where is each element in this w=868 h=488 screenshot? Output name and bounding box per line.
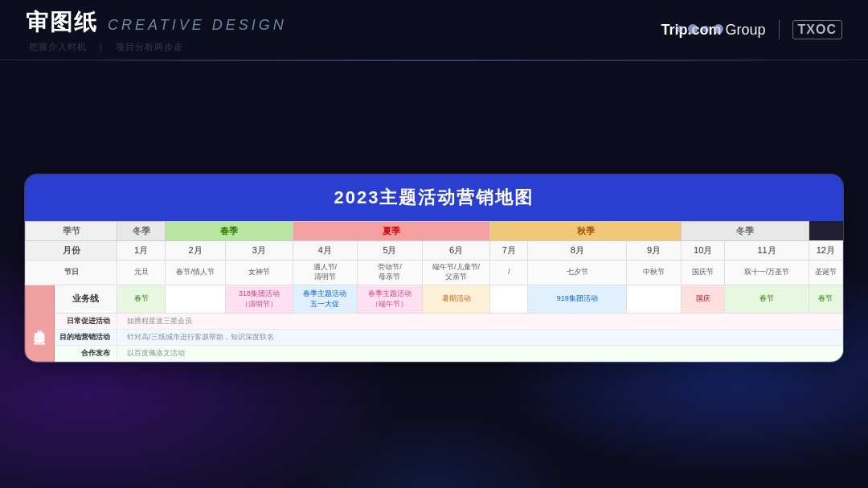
sub-row-collab: 合作发布 以百度佩洛文活动 (26, 345, 843, 361)
season-spring: 春季 (166, 222, 293, 241)
business-line-label: 业务线 (55, 285, 117, 313)
month-row: 月份 1月 2月 3月 4月 5月 6月 7月 8月 9月 10月 11月 12… (26, 241, 843, 260)
activity-8: 919集团活动 (528, 285, 627, 313)
month-6: 6月 (422, 241, 490, 260)
brand-logo: TXOC (792, 20, 842, 39)
month-5: 5月 (358, 241, 423, 260)
sub-row-daily-desc: 如携程星途三星会员 (117, 313, 843, 329)
season-header-label: 季节 (26, 222, 117, 241)
holiday-7: / (490, 260, 528, 285)
marketing-card: 2023主题活动营销地图 季节 冬季 春季 夏季 秋季 冬季 月份 (24, 174, 844, 362)
dot-1 (677, 26, 683, 32)
dot-4 (714, 24, 723, 34)
activity-11: 春节 (725, 285, 809, 313)
season-autumn: 秋季 (490, 222, 682, 241)
subtitle-sep: ｜ (96, 42, 106, 51)
business-type-label: 业务类型 (26, 285, 55, 361)
dot-3 (702, 26, 709, 32)
sub-row-dest-desc: 针对高/三线城市进行客源帮助，知识深度联名 (117, 329, 843, 345)
month-10: 10月 (682, 241, 725, 260)
month-9: 9月 (627, 241, 682, 260)
holiday-1: 元旦 (117, 260, 166, 285)
holiday-4: 遇人节/清明节 (293, 260, 358, 285)
holiday-6: 端午节/儿童节/父亲节 (422, 260, 490, 285)
header: 审图纸 CREATIVE DESIGN 把握介入时机 ｜ 项目分析两步走 Tri… (0, 0, 868, 60)
activity-1: 春节 (117, 285, 166, 313)
sub-row-daily: 日常促进活动 如携程星途三星会员 (26, 313, 843, 329)
month-12: 12月 (809, 241, 842, 260)
header-left: 审图纸 CREATIVE DESIGN 把握介入时机 ｜ 项目分析两步走 (26, 7, 287, 53)
holiday-11: 双十一/万圣节 (725, 260, 809, 285)
brand-divider (779, 20, 780, 39)
activity-2 (166, 285, 226, 313)
holiday-10: 国庆节 (682, 260, 725, 285)
season-winter-1: 冬季 (117, 222, 166, 241)
month-7: 7月 (490, 241, 528, 260)
sub-row-destination: 目的地营销活动 针对高/三线城市进行客源帮助，知识深度联名 (26, 329, 843, 345)
activity-3: 318集团活动（清明节） (226, 285, 293, 313)
month-header-label: 月份 (26, 241, 117, 260)
holiday-5: 劳动节/母亲节 (358, 260, 423, 285)
activity-9 (627, 285, 682, 313)
month-1: 1月 (117, 241, 166, 260)
month-8: 8月 (528, 241, 627, 260)
month-2: 2月 (166, 241, 226, 260)
subtitle: 把握介入时机 ｜ 项目分析两步走 (26, 41, 287, 53)
holiday-2: 春节/情人节 (166, 260, 226, 285)
title-english: CREATIVE DESIGN (108, 17, 287, 34)
holiday-8: 七夕节 (528, 260, 627, 285)
holiday-9: 中秋节 (627, 260, 682, 285)
activity-7 (490, 285, 528, 313)
main-title: 审图纸 CREATIVE DESIGN (26, 7, 287, 38)
header-line (0, 60, 868, 61)
holiday-3: 女神节 (226, 260, 293, 285)
sub-row-collab-desc: 以百度佩洛文活动 (117, 345, 843, 361)
subtitle-right: 项目分析两步走 (116, 42, 183, 51)
title-chinese: 审图纸 (26, 7, 98, 38)
season-row: 季节 冬季 春季 夏季 秋季 冬季 (26, 222, 843, 241)
subtitle-left: 把握介入时机 (29, 42, 87, 51)
holiday-12: 圣诞节 (809, 260, 842, 285)
sub-row-collab-label: 合作发布 (55, 345, 117, 361)
dot-2 (688, 24, 698, 34)
marketing-table: 季节 冬季 春季 夏季 秋季 冬季 月份 1月 2月 3月 4月 5月 (25, 221, 843, 361)
card-title: 2023主题活动营销地图 (25, 174, 843, 221)
activity-10: 国庆 (682, 285, 725, 313)
season-winter-2: 冬季 (682, 222, 809, 241)
season-summer: 夏季 (293, 222, 490, 241)
business-row: 业务类型 业务线 春节 318集团活动（清明节） 春季主题活动五一大促 春季主题… (26, 285, 843, 313)
table-wrapper[interactable]: 季节 冬季 春季 夏季 秋季 冬季 月份 1月 2月 3月 4月 5月 (25, 221, 843, 361)
month-4: 4月 (293, 241, 358, 260)
month-3: 3月 (226, 241, 293, 260)
header-decoration (677, 24, 723, 34)
activity-5: 春季主题活动（端午节） (358, 285, 423, 313)
month-11: 11月 (725, 241, 809, 260)
activity-4: 春季主题活动五一大促 (293, 285, 358, 313)
sub-row-daily-label: 日常促进活动 (55, 313, 117, 329)
activity-6: 暑期活动 (422, 285, 490, 313)
holiday-header-label: 节日 (26, 260, 117, 285)
sub-row-dest-label: 目的地营销活动 (55, 329, 117, 345)
holiday-row: 节日 元旦 春节/情人节 女神节 遇人节/清明节 劳动节/母亲节 端午节/儿童节… (26, 260, 843, 285)
activity-12: 春节 (809, 285, 842, 313)
main-content: 2023主题活动营销地图 季节 冬季 春季 夏季 秋季 冬季 月份 (24, 72, 844, 464)
